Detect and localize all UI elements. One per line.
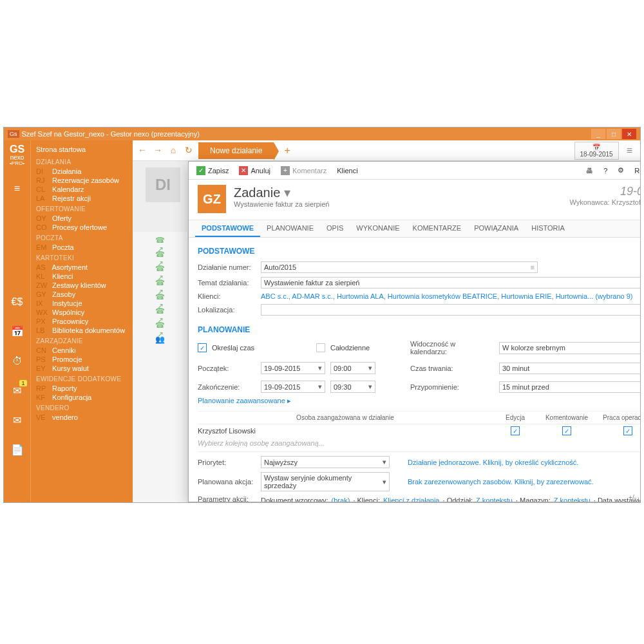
location-label: Lokalizacja:: [198, 306, 256, 314]
role-add-input[interactable]: Wybierz kolejną osobę zaangażowaną...: [198, 439, 325, 447]
date-box[interactable]: 📅18-09-2015: [574, 142, 619, 160]
end-time-select[interactable]: 09:30: [330, 381, 375, 393]
dialog-tab[interactable]: PLANOWANIE: [260, 220, 320, 237]
allday-label: Całodzienne: [330, 344, 370, 352]
reminder-input[interactable]: 15 minut przed≡: [499, 381, 640, 393]
menu-toggle-icon[interactable]: ≡: [623, 145, 636, 156]
sidebar-item[interactable]: DI Działania: [31, 167, 133, 176]
action-select[interactable]: Wystaw seryjnie dokumenty sprzedaży: [261, 472, 390, 491]
role-edit-checkbox[interactable]: ✓: [511, 426, 520, 435]
tab-new-action[interactable]: Nowe działanie: [198, 142, 274, 159]
sidebar-item[interactable]: CN Cenniki: [31, 346, 133, 355]
close-button[interactable]: ✕: [622, 129, 636, 139]
sidebar-item[interactable]: PX Pracownicy: [31, 317, 133, 326]
print-icon[interactable]: 🖶: [582, 166, 597, 176]
sidebar-item[interactable]: LB Biblioteka dokumentów: [31, 326, 133, 335]
comment-button[interactable]: +Komentarz: [277, 165, 330, 176]
tabbar: ← → ⌂ ↻ Nowe działanie + 📅18-09-2015 ≡: [133, 140, 640, 161]
sidebar-item[interactable]: IX Instytucje: [31, 299, 133, 308]
end-label: Zakończenie:: [198, 383, 256, 391]
allday-checkbox[interactable]: [316, 343, 325, 352]
forward-icon[interactable]: →: [152, 145, 164, 156]
sidebar-item[interactable]: EM Poczta: [31, 243, 133, 252]
dialog-tabs: PODSTAWOWEPLANOWANIEOPISWYKONANIEKOMENTA…: [189, 220, 640, 238]
nav-group-header: KARTOTEKI: [31, 252, 133, 263]
sidebar-item[interactable]: LA Rejestr akcji: [31, 194, 133, 203]
priority-label: Priorytet:: [198, 459, 256, 466]
dialog-tab[interactable]: OPIS: [320, 220, 350, 237]
dialog-tab[interactable]: WYKONANIE: [350, 220, 406, 237]
maximize-button[interactable]: □: [607, 129, 621, 139]
sidebar-item[interactable]: WX Wspólnicy: [31, 308, 133, 317]
sidebar-item[interactable]: GY Zasoby: [31, 290, 133, 299]
dialog-tab[interactable]: PODSTAWOWE: [195, 220, 260, 237]
params-text: Dokument wzorcowy: (brak) · Klienci: Kli…: [261, 495, 640, 502]
gear-icon[interactable]: ⚙: [614, 165, 628, 176]
save-button[interactable]: ✓Zapisz: [193, 165, 232, 176]
titlebar: Gs Szef Szef na Gestor_nexo - Gestor nex…: [4, 128, 640, 140]
nav-group-header: OFERTOWANIE: [31, 203, 133, 214]
start-time-select[interactable]: 09:00: [330, 362, 375, 374]
window-title: Szef Szef na Gestor_nexo - Gestor nexo (…: [22, 130, 200, 138]
clients-link[interactable]: ABC s.c., AD-MAR s.c., Hurtownia ALA, Hu…: [261, 292, 640, 300]
mail-new-icon[interactable]: ✉1: [10, 384, 24, 398]
currency-icon[interactable]: €$: [10, 295, 24, 309]
tab-add-icon[interactable]: +: [278, 145, 296, 156]
sidebar-item[interactable]: PS Promocje: [31, 355, 133, 364]
menu-icon[interactable]: ≡: [10, 182, 24, 196]
back-icon[interactable]: ←: [137, 145, 148, 156]
sidebar-item[interactable]: ZW Zestawy klientów: [31, 281, 133, 290]
help-icon[interactable]: ?: [600, 166, 611, 176]
zoom-toggle[interactable]: +/-: [629, 494, 636, 501]
register-work-button[interactable]: Rejestruj pracę: [630, 166, 640, 176]
dialog-tab[interactable]: POWIĄZANIA: [468, 220, 525, 237]
module-badge: DI: [146, 167, 180, 202]
topic-input[interactable]: Wystawienie faktur za sierpień: [261, 277, 640, 289]
sidebar-item[interactable]: RP Raporty: [31, 384, 133, 393]
document-icon[interactable]: 📄: [10, 443, 24, 457]
spec-time-label: Określaj czas: [212, 344, 254, 352]
duration-input[interactable]: 30 minut≡: [499, 363, 640, 374]
role-comment-checkbox[interactable]: ✓: [562, 426, 571, 435]
role-oper-checkbox[interactable]: ✓: [623, 426, 632, 435]
sidebar-item[interactable]: VE vendero: [31, 413, 133, 422]
cancel-button[interactable]: ✕Anuluj: [235, 165, 274, 176]
sidebar-item[interactable]: KL Klienci: [31, 272, 133, 281]
title-dropdown-icon[interactable]: ▾: [284, 185, 290, 200]
sidebar-item[interactable]: AS Asortyment: [31, 263, 133, 272]
end-date-select[interactable]: 19-09-2015: [261, 381, 325, 393]
home-icon[interactable]: ⌂: [167, 145, 179, 156]
dialog-tab[interactable]: KOMENTARZE: [406, 220, 468, 237]
visibility-label: Widoczność w kalendarzu:: [410, 340, 494, 355]
resources-link[interactable]: Brak zarezerwowanych zasobów. Kliknij, b…: [408, 478, 594, 486]
refresh-icon[interactable]: ↻: [183, 145, 194, 156]
num-input[interactable]: Auto/2015≡: [261, 261, 538, 273]
sidebar-item[interactable]: OY Oferty: [31, 214, 133, 223]
role-col-person: Osoba zaangażowana w działanie: [198, 414, 493, 421]
mail-icon[interactable]: ✉: [10, 413, 24, 428]
spec-time-checkbox[interactable]: ✓: [198, 343, 207, 352]
sidebar-item[interactable]: KF Konfiguracja: [31, 393, 133, 402]
priority-select[interactable]: Najwyższy: [261, 456, 390, 468]
dialog-toolbar: ✓Zapisz ✕Anuluj +Komentarz Klienci 🖶 ? ⚙…: [189, 162, 640, 180]
dialog-tab[interactable]: HISTORIA: [525, 220, 571, 237]
nav-group-header: VENDERO: [31, 402, 133, 413]
task-subtitle: Wystawienie faktur za sierpień: [234, 200, 329, 208]
nav-home[interactable]: Strona startowa: [31, 143, 133, 156]
visibility-select[interactable]: W kolorze srebrnym: [499, 342, 640, 354]
calendar-icon[interactable]: 📅: [10, 325, 24, 339]
clients-label: Klienci:: [198, 292, 256, 300]
location-input[interactable]: ≡: [261, 304, 640, 316]
sidebar-item[interactable]: CL Kalendarz: [31, 185, 133, 194]
minimize-button[interactable]: _: [591, 129, 605, 139]
sidebar-item[interactable]: CO Procesy ofertowe: [31, 223, 133, 232]
clients-button[interactable]: Klienci: [333, 166, 361, 176]
nav-tree: Strona startowa DZIAŁANIADI DziałaniaRJ …: [31, 140, 133, 502]
start-date-select[interactable]: 19-09-2015: [261, 362, 325, 374]
num-label: Działanie numer:: [198, 263, 256, 271]
sidebar-item[interactable]: EY Kursy walut: [31, 364, 133, 373]
advanced-planning-link[interactable]: Planowanie zaawansowane ▸: [198, 397, 291, 405]
recurrence-link[interactable]: Działanie jednorazowe. Kliknij, by okreś…: [408, 459, 578, 466]
sidebar-item[interactable]: RJ Rezerwacje zasobów: [31, 176, 133, 185]
timer-icon[interactable]: ⏱: [10, 354, 24, 368]
